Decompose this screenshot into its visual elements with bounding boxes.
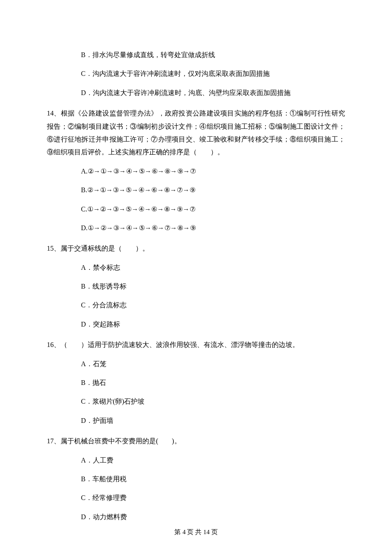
q17-option-d: D．动力燃料费 — [81, 511, 345, 523]
q14-option-d: D.①→②→③→④→⑤→⑥→⑦→⑧→⑨ — [81, 222, 345, 234]
q16-stem: 16、（ ）适用于防护流速较大、波浪作用较强、有流水、漂浮物等撞击的边坡。 — [47, 338, 345, 351]
q14-option-a: A.②→①→③→④→⑤→⑥→⑧→⑨→⑦ — [81, 165, 345, 178]
q15-stem: 15、属于交通标线的是（ ）。 — [47, 242, 345, 255]
q14-stem: 14、根据《公路建设监督管理办法》，政府投资公路建设项目实施的程序包括：①编制可… — [47, 107, 345, 159]
document-page: B．排水沟尽量修成直线，转弯处宜做成折线 C．沟内流速大于容许冲刷流速时，仅对沟… — [0, 0, 392, 555]
q13-option-d: D．沟内流速大于容许冲刷流速时，沟底、沟壁均应采取表面加固措施 — [81, 87, 345, 99]
q13-option-b: B．排水沟尽量修成直线，转弯处宜做成折线 — [81, 49, 345, 61]
q14-option-c: C.①→②→③→⑤→④→⑥→⑧→⑨→⑦ — [81, 203, 345, 216]
q15-option-b: B．线形诱导标 — [81, 280, 345, 293]
q16-option-b: B．抛石 — [81, 376, 345, 389]
q16-option-c: C．浆砌片(卵)石护坡 — [81, 395, 345, 408]
q16-option-d: D．护面墙 — [81, 414, 345, 427]
q13-option-c: C．沟内流速大于容许冲刷流速时，仅对沟底采取表面加固措施 — [81, 67, 345, 80]
q17-option-b: B．车船使用税 — [81, 473, 345, 486]
q14-option-b: B.②→①→③→⑤→④→⑥→⑧→⑦→⑨ — [81, 184, 345, 197]
q17-option-c: C．经常修理费 — [81, 491, 345, 504]
q15-option-d: D．突起路标 — [81, 318, 345, 331]
q17-option-a: A．人工费 — [81, 454, 345, 467]
q15-option-a: A．禁令标志 — [81, 261, 345, 274]
q15-option-c: C．分合流标志 — [81, 299, 345, 312]
page-footer: 第 4 页 共 14 页 — [0, 526, 392, 538]
q16-option-a: A．石笼 — [81, 358, 345, 370]
q17-stem: 17、属于机械台班费中不变费用的是( )。 — [47, 435, 345, 448]
